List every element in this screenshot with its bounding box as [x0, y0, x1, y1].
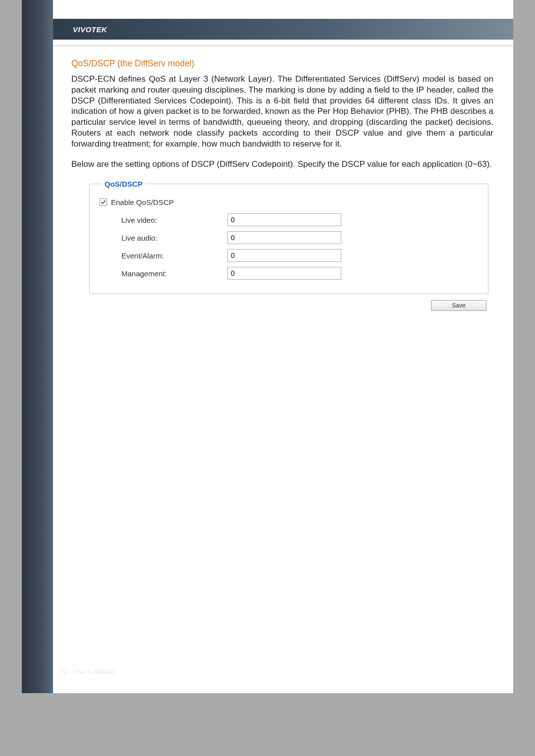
section-title: QoS/DSCP (the DiffServ model)	[71, 58, 493, 69]
intro-paragraph-1: DSCP-ECN defines QoS at Layer 3 (Network…	[71, 74, 493, 149]
panel-wrap: QoS/DSCP Enable QoS/DSCP Live video: Liv…	[89, 180, 488, 311]
intro-paragraph-2: Below are the setting options of DSCP (D…	[71, 159, 493, 170]
live-video-label: Live video:	[99, 216, 227, 224]
left-gutter	[22, 0, 53, 693]
checkmark-icon	[101, 200, 106, 205]
qos-dscp-panel: QoS/DSCP Enable QoS/DSCP Live video: Liv…	[89, 180, 488, 294]
live-audio-label: Live audio:	[99, 234, 227, 242]
enable-qos-checkbox[interactable]	[100, 199, 107, 206]
content: QoS/DSCP (the DiffServ model) DSCP-ECN d…	[71, 58, 493, 311]
enable-qos-label: Enable QoS/DSCP	[111, 198, 174, 206]
event-alarm-input[interactable]	[227, 249, 341, 262]
brand-label: VIVOTEK	[73, 25, 107, 34]
event-alarm-row: Event/Alarm:	[99, 249, 479, 262]
enable-qos-row: Enable QoS/DSCP	[100, 198, 479, 206]
management-label: Management:	[99, 269, 227, 278]
live-video-input[interactable]	[227, 213, 341, 226]
save-row: Save	[89, 300, 488, 311]
management-input[interactable]	[227, 267, 341, 280]
live-audio-row: Live audio:	[99, 231, 479, 244]
management-row: Management:	[99, 267, 479, 280]
panel-legend: QoS/DSCP	[102, 180, 146, 188]
page-footer: 72 - User's Manual	[60, 668, 114, 675]
header-band: VIVOTEK	[53, 19, 513, 40]
live-video-row: Live video:	[99, 213, 479, 226]
event-alarm-label: Event/Alarm:	[99, 252, 227, 260]
page: VIVOTEK QoS/DSCP (the DiffServ model) DS…	[22, 0, 513, 693]
divider	[53, 46, 513, 46]
save-button[interactable]: Save	[431, 300, 486, 311]
live-audio-input[interactable]	[227, 231, 341, 244]
